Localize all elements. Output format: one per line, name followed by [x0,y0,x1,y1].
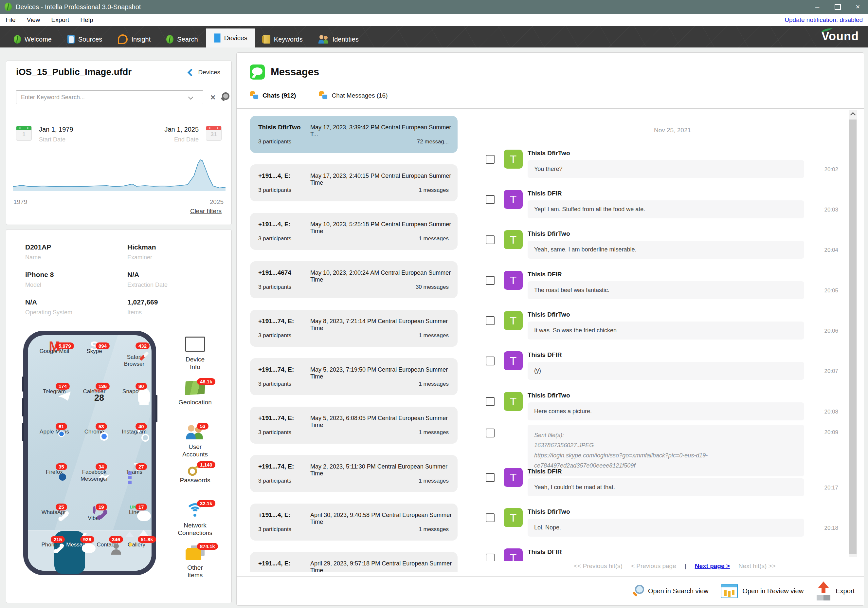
menu-help[interactable]: Help [74,16,99,23]
chat-list-item[interactable]: +191...4, E:April 30, 2023, 9:40:58 PM C… [250,504,457,541]
next-page-link[interactable]: Next page > [695,563,730,570]
thread-scrollbar[interactable] [849,110,857,557]
app-safari-browser[interactable]: 432Safari Browser [119,346,149,368]
pagination-separator: | [685,563,687,570]
scroll-up-icon[interactable] [849,110,857,119]
dock-app-contacts[interactable]: 346Contacts [93,540,123,548]
chat-list-item[interactable]: ThisIs DfirTwoMay 17, 2023, 3:39:42 PM C… [250,116,457,153]
next-hits-button[interactable]: Next hit(s) >> [738,563,776,570]
chat-list-item[interactable]: +191...74, E:May 8, 2023, 7:21:14 PM Cen… [250,310,457,347]
open-search-view-button[interactable]: Open in Search view [632,585,708,597]
tab-insight[interactable]: Insight [110,31,158,48]
menu-export[interactable]: Export [45,16,74,23]
badge: 80 [135,383,147,389]
tab-devices[interactable]: Devices [206,28,255,48]
dock-app-phone[interactable]: 215Phone [34,540,65,548]
app-logo-icon [5,3,12,11]
message-bubble: Yeah, I couldn't be mad at that. [528,478,804,496]
category-passwords[interactable]: 1,140Passwords [159,464,231,484]
category-network-connections[interactable]: 32.1kNetworkConnections [159,503,231,537]
app-google-mail[interactable]: M5,979Google Mail [39,346,70,355]
tab-sources[interactable]: Sources [60,31,110,48]
thread-date-header: Nov 25, 2021 [528,127,817,134]
messages-tab-chats[interactable]: Chats (912) [250,92,296,99]
category-label: OtherItems [159,564,231,579]
message-checkbox[interactable] [486,236,494,244]
chat-list-item[interactable]: +191...4674May 10, 2023, 2:00:24 AM Cent… [250,261,457,298]
message-checkbox[interactable] [486,513,494,522]
tab-keywords[interactable]: Keywords [255,31,311,48]
message-checkbox[interactable] [486,155,494,164]
maximize-button[interactable] [828,0,848,14]
chat-list: ThisIs DfirTwoMay 17, 2023, 3:39:42 PM C… [250,116,457,572]
chat-list-item[interactable]: +191...74, E:May 5, 2023, 7:19:50 PM Cen… [250,358,457,395]
message-checkbox[interactable] [486,428,494,437]
dock-app-messages[interactable]: 928Messages [64,540,94,548]
app-apple-maps[interactable]: 61Apple Maps [39,427,70,435]
chat-list-item[interactable]: +191...4, E:May 17, 2023, 2:40:15 PM Cen… [250,164,457,202]
message-checkbox[interactable] [486,276,494,285]
dock-app-gallery[interactable]: 51.8kGallery [121,540,152,548]
back-to-devices-button[interactable]: Devices [189,69,220,76]
app-line[interactable]: LINE17Line [119,507,149,516]
message-checkbox[interactable] [486,316,494,325]
export-button[interactable]: Export [816,582,855,600]
app-snapchat[interactable]: 80Snapchat [119,386,149,395]
message-checkbox[interactable] [486,357,494,365]
previous-page-button[interactable]: < Previous page [631,563,676,570]
previous-hits-button[interactable]: << Previous hit(s) [574,563,623,570]
update-notification-link[interactable]: Update notification: disabled [784,16,863,23]
category-geolocation[interactable]: 46.1kGeolocation [159,381,231,406]
message-time: 20:08 [802,409,838,415]
message-checkbox[interactable] [486,195,494,204]
search-icon[interactable] [220,92,229,102]
app-firefox[interactable]: 35Firefox [39,467,70,475]
avatar: T [504,351,523,370]
app-calendar[interactable]: WED28136Calendar [79,386,109,395]
message-time: 20:05 [802,287,838,294]
tab-identities[interactable]: Identities [311,31,367,48]
menu-view[interactable]: View [21,16,46,23]
minimize-button[interactable]: – [807,0,828,14]
tab-welcome[interactable]: Welcome [6,31,60,48]
avatar: T [504,230,523,249]
app-chrome[interactable]: 53Chrome [79,427,109,435]
chat-list-item[interactable]: +191...4, E:May 10, 2023, 5:25:18 PM Cen… [250,213,457,250]
chat-name: +191...74, E: [258,366,294,373]
badge: 25 [56,504,67,510]
category-user-accounts[interactable]: 53UserAccounts [159,425,231,458]
scrollbar-thumb[interactable] [849,119,857,554]
close-button[interactable]: × [848,0,868,14]
badge: 1,140 [197,461,215,468]
chat-list-item[interactable]: +191...74, E:May 2, 2023, 5:11:30 PM Cen… [250,455,457,492]
app-facebook-messenger[interactable]: 34Facebook Messenger [79,467,109,482]
menu-file[interactable]: File [0,16,21,23]
message-checkbox[interactable] [486,473,494,482]
viber-app-icon [93,506,96,514]
category-other-items[interactable]: 874.1kOtherItems [159,546,231,579]
app-viber[interactable]: 19Viber [79,507,109,521]
app-skype[interactable]: S894Skype [79,346,109,355]
search-clear-icon[interactable]: × [211,92,215,102]
clear-filters-link[interactable]: Clear filters [190,208,222,215]
messages-tabs: Chats (912)Chat Messages (16) [250,92,388,99]
avatar: T [504,508,523,527]
start-date-picker[interactable]: 1 Jan 1, 1979 Start Date [16,126,73,143]
app-instagram[interactable]: 40Instagram [119,427,149,435]
chat-list-item[interactable]: +191...74, E:May 5, 2023, 6:08:05 PM Cen… [250,406,457,444]
timeline-chart[interactable] [12,155,226,196]
avatar: T [504,150,523,169]
open-review-view-button[interactable]: Open in Review view [721,584,803,598]
insight-icon [118,34,128,44]
app-telegram[interactable]: 174Telegram [39,386,70,395]
message-checkbox[interactable] [486,397,494,406]
info-field-name: D201APName [25,243,127,261]
badge: 17 [135,504,147,510]
search-input[interactable] [16,90,203,104]
messages-tab-chat-messages[interactable]: Chat Messages (16) [319,92,388,99]
app-whatsapp[interactable]: 25WhatsApp [39,507,70,516]
category-device-info[interactable]: DeviceInfo [159,337,231,371]
app-teams[interactable]: T27Teams [119,467,149,475]
tab-search[interactable]: Search [158,31,206,48]
end-date-picker[interactable]: Jan 1, 2025 End Date 31 [164,126,222,143]
